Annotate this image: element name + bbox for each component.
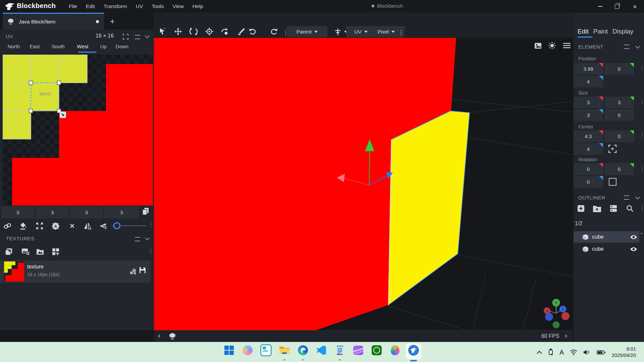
element-section-header[interactable]: ELEMENT [574,42,643,51]
tray-chevron-up-icon[interactable] [537,351,542,354]
uv-toolbar-menu[interactable]: ⋮ [148,223,154,226]
taskbar-clock[interactable]: 8:01 2025/04/20 [611,346,636,359]
center-z-field[interactable]: 4 [574,143,603,155]
search-outliner-icon[interactable] [626,204,634,213]
outliner-collapse-icon[interactable] [635,195,640,199]
element-menu-icon[interactable] [624,45,629,49]
tab-display[interactable]: Display [612,28,633,35]
next-tool-chevron-icon[interactable]: › [565,331,567,340]
uv-width-slider[interactable]: 3 [70,206,103,219]
project-tab[interactable]: Java Block/Item [3,14,104,29]
outliner-menu-icon[interactable] [624,195,629,200]
viewport-menu-icon[interactable] [562,41,571,50]
sort-outliner-icon[interactable] [609,204,618,213]
menu-edit[interactable]: Edit [82,3,99,9]
inflate-field[interactable]: 0 [604,109,634,121]
vscode-icon[interactable] [316,345,327,356]
face-tab-south[interactable]: South [45,42,71,51]
menu-view[interactable]: View [168,3,188,9]
outliner-item-cube-2[interactable]: cube [574,243,639,255]
face-tab-up[interactable]: Up [95,42,112,51]
rotation-menu-dots[interactable]: ⋮ [639,167,644,170]
rotate-tool-button[interactable] [189,27,198,36]
rescale-checkbox[interactable] [609,178,616,186]
move-tool-button[interactable] [173,27,183,36]
auto-uv-link-icon[interactable] [3,222,11,230]
viewport-background-icon[interactable] [534,41,542,50]
center-menu-dots[interactable]: ⋮ [639,134,644,137]
texture-list-item[interactable]: texture 16 x 16px (16x) [0,260,151,283]
lighting-toggle-icon[interactable] [548,41,556,50]
volume-icon[interactable] [583,349,591,355]
widgets-icon[interactable] [260,345,272,356]
size-y-field[interactable]: 3 [604,97,634,108]
import-texture-icon[interactable] [21,248,30,256]
rotation-y-field[interactable]: 0 [604,163,634,175]
tab-paint[interactable]: Paint [593,28,608,35]
copilot-icon[interactable] [242,345,253,356]
brush-tool-button[interactable] [236,27,246,36]
menu-uv[interactable]: UV [131,3,148,9]
position-z-field[interactable]: 4 [574,76,603,87]
menu-transform[interactable]: Transform [99,3,131,9]
file-explorer-icon[interactable] [279,345,290,356]
textures-collapse-icon[interactable] [145,236,150,240]
size-z-field[interactable]: 3 [574,109,603,121]
focus-pivot-icon[interactable] [608,144,617,153]
battery-icon[interactable] [597,350,605,355]
position-menu-dots[interactable]: ⋮ [639,66,644,70]
prev-tool-chevron-icon[interactable]: ‹ [158,331,160,340]
wifi-icon[interactable] [570,350,577,355]
uv-height-slider[interactable]: 3 [104,206,139,219]
xbox-icon[interactable] [371,345,382,356]
add-group-icon[interactable] [593,205,601,212]
menu-tools[interactable]: Tools [147,3,168,9]
visibility-eye-icon[interactable] [630,247,637,252]
size-menu-dots[interactable]: ⋮ [639,100,644,103]
visibility-eye-icon[interactable] [630,235,637,240]
center-y-field[interactable]: 0 [604,130,634,142]
mirror-x-icon[interactable] [84,222,92,230]
uv-y-slider[interactable]: 3 [36,206,69,219]
usb-device-icon[interactable] [548,348,553,356]
menu-help[interactable]: Help [188,3,208,9]
outliner-item-cube-1[interactable]: cube [574,231,639,243]
new-tab-button[interactable]: + [107,16,117,26]
auto-uv-icon[interactable]: A [52,222,60,230]
undo-button[interactable] [248,27,257,36]
uv-rotate-handle[interactable] [60,112,66,118]
particle-texture-icon[interactable] [129,268,137,275]
clear-uv-icon[interactable]: × [68,222,76,230]
frame-uv-icon[interactable] [123,34,128,40]
apply-texture-all-icon[interactable] [52,248,60,256]
select-tool-button[interactable] [158,27,167,36]
rotation-z-field[interactable]: 0 [574,176,603,188]
restore-button[interactable] [609,0,625,13]
maximize-uv-icon[interactable] [36,222,44,230]
textures-menu-icon[interactable] [135,237,140,241]
uv-x-slider[interactable]: 3 [1,206,35,219]
copy-uv-icon[interactable] [142,207,149,216]
element-collapse-icon[interactable] [635,44,640,49]
outliner-section-header[interactable]: OUTLINER [574,193,643,202]
open-texture-folder-icon[interactable] [36,248,44,256]
menu-file[interactable]: File [64,3,82,9]
fill-bucket-icon[interactable] [19,222,28,230]
pivot-tool-button[interactable] [205,27,214,36]
mirror-y-icon[interactable] [99,222,107,230]
blockbench-taskbar-icon[interactable] [408,345,419,356]
uv-panel-collapse-icon[interactable] [145,34,150,38]
position-x-field[interactable]: 3.99 [574,63,603,75]
face-tab-east[interactable]: East [24,42,45,51]
toolbar-menu-dots[interactable]: ⋮ [396,28,406,38]
add-cube-icon[interactable] [577,204,585,213]
uv-editor-canvas[interactable]: West [3,55,153,205]
start-button[interactable] [223,345,235,356]
cube-yellow-face[interactable] [388,111,470,305]
tab-edit[interactable]: Edit [578,28,589,35]
position-y-field[interactable]: 0 [604,63,634,75]
rotation-x-field[interactable]: 0 [574,163,603,175]
save-texture-icon[interactable] [139,266,146,274]
notepad-icon[interactable] [334,345,345,356]
redo-button[interactable] [269,27,279,36]
